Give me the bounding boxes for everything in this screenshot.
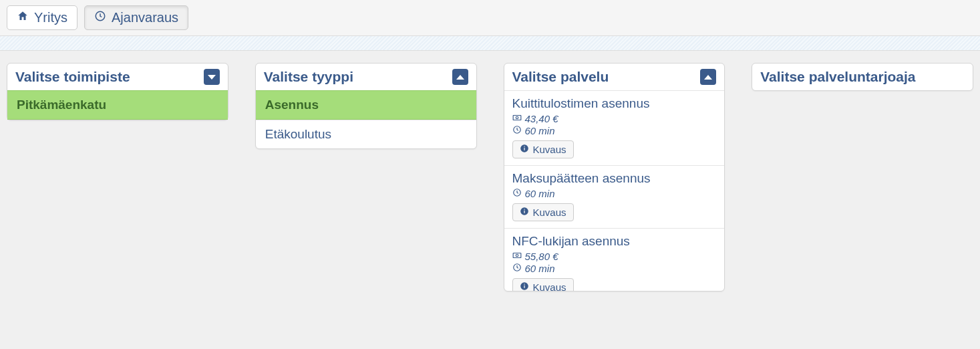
svg-rect-5 <box>524 148 524 150</box>
collapse-type-button[interactable] <box>452 69 468 85</box>
svg-rect-6 <box>524 146 524 147</box>
panel-location: Valitse toimipiste Pitkämäenkatu <box>7 63 228 120</box>
svg-rect-9 <box>524 211 524 213</box>
service-duration: 60 min <box>525 125 555 136</box>
service-item-title: Maksupäätteen asennus <box>512 171 717 186</box>
service-price-row: 55,80 € <box>512 251 717 262</box>
service-price: 55,80 € <box>525 251 558 262</box>
panel-location-header: Valitse toimipiste <box>7 64 228 90</box>
collapse-service-button[interactable] <box>700 69 716 85</box>
panel-provider-header: Valitse palveluntarjoaja <box>752 64 973 90</box>
panel-location-title: Valitse toimipiste <box>15 69 130 85</box>
panel-provider: Valitse palveluntarjoaja <box>752 63 973 91</box>
location-item[interactable]: Pitkämäenkatu <box>7 90 228 120</box>
service-duration-row: 60 min <box>512 188 717 199</box>
money-icon <box>512 251 522 262</box>
service-item-title: Kuittitulostimen asennus <box>512 96 717 111</box>
service-duration: 60 min <box>525 263 555 274</box>
money-icon <box>512 113 522 124</box>
service-description-label: Kuvaus <box>533 207 566 218</box>
clock-icon <box>512 125 522 136</box>
nav-booking-button[interactable]: Ajanvaraus <box>84 5 188 30</box>
chevron-down-icon <box>208 75 216 80</box>
panel-service-header: Valitse palvelu <box>504 64 725 90</box>
chevron-up-icon <box>456 75 464 80</box>
svg-rect-1 <box>513 116 521 120</box>
svg-rect-16 <box>524 284 524 285</box>
type-item[interactable]: Etäkoulutus <box>256 120 476 148</box>
info-icon <box>520 281 529 291</box>
service-description-button[interactable]: Kuvaus <box>512 203 574 221</box>
panel-type: Valitse tyyppi Asennus Etäkoulutus <box>255 63 477 149</box>
type-item-label: Etäkoulutus <box>265 127 331 141</box>
nav-booking-label: Ajanvaraus <box>112 10 178 25</box>
svg-point-12 <box>516 254 518 257</box>
info-icon <box>520 207 529 218</box>
service-item[interactable]: NFC-lukijan asennus 55,80 € 60 min <box>504 228 725 291</box>
clock-icon <box>512 188 522 199</box>
service-price-row: 43,40 € <box>512 113 717 124</box>
service-description-button[interactable]: Kuvaus <box>512 140 574 158</box>
panel-provider-title: Valitse palveluntarjoaja <box>760 69 915 85</box>
service-list[interactable]: Kuittitulostimen asennus 43,40 € 60 min <box>504 90 725 291</box>
svg-rect-10 <box>524 209 524 210</box>
type-item-label: Asennus <box>265 98 319 112</box>
service-description-label: Kuvaus <box>533 144 566 155</box>
service-price: 43,40 € <box>525 113 558 124</box>
panel-type-header: Valitse tyyppi <box>256 64 476 90</box>
service-duration-row: 60 min <box>512 125 717 136</box>
info-icon <box>520 144 529 155</box>
nav-company-button[interactable]: Yritys <box>7 5 77 30</box>
type-item[interactable]: Asennus <box>256 90 476 120</box>
service-duration: 60 min <box>525 188 555 199</box>
top-nav: Yritys Ajanvaraus <box>0 0 980 36</box>
service-duration-row: 60 min <box>512 263 717 274</box>
wizard-columns: Valitse toimipiste Pitkämäenkatu Valitse… <box>0 51 980 304</box>
service-description-button[interactable]: Kuvaus <box>512 278 574 291</box>
service-item[interactable]: Kuittitulostimen asennus 43,40 € 60 min <box>504 90 725 165</box>
svg-point-2 <box>516 116 518 119</box>
panel-service-title: Valitse palvelu <box>512 69 609 85</box>
service-item-title: NFC-lukijan asennus <box>512 234 717 249</box>
decorative-strip <box>0 36 980 51</box>
panel-type-title: Valitse tyyppi <box>264 69 353 85</box>
nav-company-label: Yritys <box>34 10 67 25</box>
home-icon <box>17 10 29 25</box>
chevron-up-icon <box>704 75 712 80</box>
clock-icon <box>94 10 106 25</box>
service-item[interactable]: Maksupäätteen asennus 60 min Kuvaus <box>504 165 725 228</box>
location-item-label: Pitkämäenkatu <box>17 98 106 112</box>
clock-icon <box>512 263 522 274</box>
panel-service: Valitse palvelu Kuittitulostimen asennus… <box>504 63 725 292</box>
service-description-label: Kuvaus <box>533 281 566 291</box>
collapse-location-button[interactable] <box>204 69 220 85</box>
svg-rect-15 <box>524 285 524 288</box>
svg-rect-11 <box>513 253 521 258</box>
